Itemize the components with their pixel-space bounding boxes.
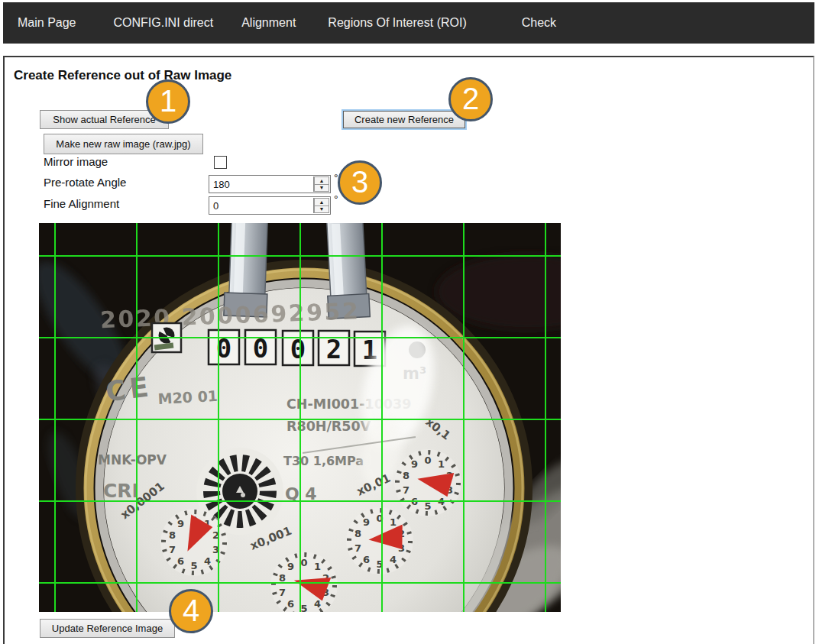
fine-alignment-label: Fine Alignment [44,197,119,210]
svg-text:0: 0 [300,557,307,568]
svg-text:8: 8 [403,470,410,481]
svg-text:1: 1 [314,561,321,572]
prerotate-spin-up-icon[interactable]: ▲ [314,176,329,184]
temp-pressure-text: T30 1,6MPa [283,454,364,468]
nav-item-alignment[interactable]: Alignment [241,16,296,30]
fine-spin-down-icon[interactable]: ▼ [314,205,329,214]
fine-alignment-field: ▲ ▼ [209,196,331,215]
prerotate-angle-label: Pre-rotate Angle [44,176,126,189]
svg-text:7: 7 [403,484,410,496]
fine-spin-up-icon[interactable]: ▲ [314,198,329,205]
prerotate-spin-down-icon[interactable]: ▼ [314,184,329,193]
svg-text:9: 9 [411,458,418,470]
svg-text:4: 4 [204,555,211,567]
nav-item-main-page[interactable]: Main Page [18,16,76,30]
approval-text: M20 01 [157,387,218,407]
create-new-reference-button[interactable]: Create new Reference [343,111,465,128]
nav-item-config-ini[interactable]: CONFIG.INI direct [114,16,214,30]
svg-text:4: 4 [314,598,321,610]
callout-badge-4: 4 [169,589,213,633]
mirror-image-checkbox[interactable] [214,156,227,169]
svg-text:6: 6 [363,554,370,565]
svg-text:5: 5 [190,560,197,571]
prerotate-spinner: ▲ ▼ [313,176,329,192]
callout-badge-3: 3 [338,160,382,205]
nav-item-roi[interactable]: Regions Of Interest (ROI) [328,16,466,30]
svg-text:1: 1 [390,516,397,528]
svg-text:9: 9 [363,516,370,528]
mirror-image-label: Mirror image [44,155,108,168]
callout-badge-2: 2 [448,77,493,121]
svg-text:8: 8 [169,529,176,541]
svg-text:4: 4 [390,554,397,565]
svg-text:7: 7 [169,544,176,555]
page-title: Create Reference out of Raw Image [14,68,231,83]
svg-text:8: 8 [279,572,286,584]
meter-photo-svg: 2020 2000692952 0 0 0 [39,223,561,612]
reference-image: 2020 2000692952 0 0 0 [39,223,561,612]
page: Main Page CONFIG.INI direct Alignment Re… [0,0,819,644]
svg-text:8: 8 [354,528,361,539]
svg-text:0: 0 [424,455,431,466]
navbar: Main Page CONFIG.INI direct Alignment Re… [3,2,814,44]
ratio-text: R80H/R50V [286,419,371,434]
callout-badge-1: 1 [146,79,190,124]
svg-text:1: 1 [438,458,445,470]
svg-text:5: 5 [300,603,307,613]
nav-item-check[interactable]: Check [522,16,556,30]
prerotate-angle-input[interactable] [209,176,312,193]
ce-mark: CE [104,371,154,407]
svg-text:6: 6 [177,555,184,567]
brand-text: MNK-OPV [98,452,167,468]
svg-text:9: 9 [177,518,184,529]
update-reference-image-button[interactable]: Update Reference Image [40,619,175,638]
content-panel: Create Reference out of Raw Image Show a… [3,56,814,644]
svg-text:7: 7 [279,587,286,598]
fine-alignment-input[interactable] [209,197,312,214]
svg-text:6: 6 [287,598,294,610]
make-new-raw-image-button[interactable]: Make new raw image (raw.jpg) [44,134,203,154]
prerotate-angle-field: ▲ ▼ [209,175,331,193]
fine-degree-unit: ° [334,193,338,205]
svg-text:9: 9 [287,561,294,572]
fine-spinner: ▲ ▼ [313,198,329,213]
svg-text:7: 7 [354,542,361,554]
